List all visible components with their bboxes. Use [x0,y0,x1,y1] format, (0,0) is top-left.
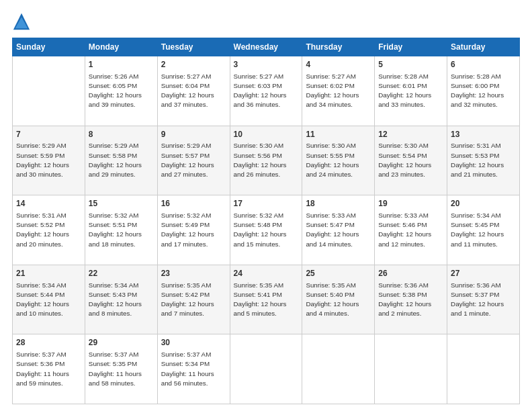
calendar-cell: 10Sunrise: 5:30 AM Sunset: 5:56 PM Dayli… [230,126,302,195]
week-row-4: 28Sunrise: 5:37 AM Sunset: 5:36 PM Dayli… [13,334,520,404]
calendar-cell [447,334,520,404]
calendar-cell: 17Sunrise: 5:32 AM Sunset: 5:48 PM Dayli… [230,195,302,265]
week-row-0: 1Sunrise: 5:26 AM Sunset: 6:05 PM Daylig… [13,56,520,126]
calendar-cell: 25Sunrise: 5:35 AM Sunset: 5:40 PM Dayli… [302,265,375,334]
day-number: 14 [16,198,81,210]
day-number: 1 [89,59,154,71]
calendar-table: SundayMondayTuesdayWednesdayThursdayFrid… [12,38,520,404]
calendar-cell: 13Sunrise: 5:31 AM Sunset: 5:53 PM Dayli… [447,126,520,195]
calendar-cell: 16Sunrise: 5:32 AM Sunset: 5:49 PM Dayli… [157,195,230,265]
day-number: 10 [234,129,299,140]
calendar-cell: 3Sunrise: 5:27 AM Sunset: 6:03 PM Daylig… [230,56,302,126]
day-info: Sunrise: 5:37 AM Sunset: 5:36 PM Dayligh… [16,350,81,388]
calendar-cell: 26Sunrise: 5:36 AM Sunset: 5:38 PM Dayli… [375,265,447,334]
calendar-cell [230,334,302,404]
calendar-cell: 27Sunrise: 5:36 AM Sunset: 5:37 PM Dayli… [447,265,520,334]
day-number: 24 [234,268,299,279]
calendar-cell: 5Sunrise: 5:28 AM Sunset: 6:01 PM Daylig… [375,56,447,126]
header [12,12,520,31]
day-number: 12 [378,129,443,140]
header-day-sunday: Sunday [13,38,85,56]
calendar-cell: 6Sunrise: 5:28 AM Sunset: 6:00 PM Daylig… [447,56,520,126]
calendar-cell: 15Sunrise: 5:32 AM Sunset: 5:51 PM Dayli… [85,195,157,265]
calendar-cell: 18Sunrise: 5:33 AM Sunset: 5:47 PM Dayli… [302,195,375,265]
day-number: 27 [451,268,516,279]
day-number: 26 [378,268,443,279]
day-info: Sunrise: 5:30 AM Sunset: 5:54 PM Dayligh… [378,141,443,179]
day-info: Sunrise: 5:36 AM Sunset: 5:38 PM Dayligh… [378,281,443,319]
calendar-cell: 12Sunrise: 5:30 AM Sunset: 5:54 PM Dayli… [375,126,447,195]
header-day-wednesday: Wednesday [230,38,302,56]
calendar-cell: 21Sunrise: 5:34 AM Sunset: 5:44 PM Dayli… [13,265,85,334]
day-number: 19 [378,198,443,210]
day-info: Sunrise: 5:29 AM Sunset: 5:59 PM Dayligh… [16,141,81,179]
day-info: Sunrise: 5:26 AM Sunset: 6:05 PM Dayligh… [89,72,154,110]
day-info: Sunrise: 5:34 AM Sunset: 5:44 PM Dayligh… [16,281,81,319]
day-info: Sunrise: 5:32 AM Sunset: 5:48 PM Dayligh… [234,211,299,249]
day-number: 17 [234,198,299,210]
day-info: Sunrise: 5:32 AM Sunset: 5:49 PM Dayligh… [161,211,226,249]
day-number: 25 [306,268,371,279]
calendar-cell [302,334,375,404]
calendar-cell: 1Sunrise: 5:26 AM Sunset: 6:05 PM Daylig… [85,56,157,126]
day-info: Sunrise: 5:35 AM Sunset: 5:41 PM Dayligh… [234,281,299,319]
day-number: 4 [306,59,371,71]
week-row-3: 21Sunrise: 5:34 AM Sunset: 5:44 PM Dayli… [13,265,520,334]
calendar-cell [375,334,447,404]
day-number: 9 [161,129,226,140]
day-number: 6 [451,59,516,71]
calendar-body: 1Sunrise: 5:26 AM Sunset: 6:05 PM Daylig… [13,56,520,404]
day-number: 22 [89,268,154,279]
calendar-cell: 7Sunrise: 5:29 AM Sunset: 5:59 PM Daylig… [13,126,85,195]
logo [12,12,34,31]
day-info: Sunrise: 5:30 AM Sunset: 5:56 PM Dayligh… [234,141,299,179]
day-number: 18 [306,198,371,210]
day-info: Sunrise: 5:37 AM Sunset: 5:35 PM Dayligh… [89,350,154,388]
day-info: Sunrise: 5:31 AM Sunset: 5:52 PM Dayligh… [16,211,81,249]
day-number: 28 [16,337,81,349]
week-row-2: 14Sunrise: 5:31 AM Sunset: 5:52 PM Dayli… [13,195,520,265]
calendar-cell: 4Sunrise: 5:27 AM Sunset: 6:02 PM Daylig… [302,56,375,126]
day-number: 13 [451,129,516,140]
day-number: 8 [89,129,154,140]
calendar-cell: 8Sunrise: 5:29 AM Sunset: 5:58 PM Daylig… [85,126,157,195]
header-day-thursday: Thursday [302,38,375,56]
calendar-cell: 9Sunrise: 5:29 AM Sunset: 5:57 PM Daylig… [157,126,230,195]
calendar-cell: 11Sunrise: 5:30 AM Sunset: 5:55 PM Dayli… [302,126,375,195]
logo-icon [12,12,31,31]
calendar-cell: 29Sunrise: 5:37 AM Sunset: 5:35 PM Dayli… [85,334,157,404]
page: SundayMondayTuesdayWednesdayThursdayFrid… [0,0,532,411]
day-info: Sunrise: 5:33 AM Sunset: 5:46 PM Dayligh… [378,211,443,249]
day-number: 16 [161,198,226,210]
day-info: Sunrise: 5:35 AM Sunset: 5:40 PM Dayligh… [306,281,371,319]
calendar-cell: 22Sunrise: 5:34 AM Sunset: 5:43 PM Dayli… [85,265,157,334]
day-info: Sunrise: 5:30 AM Sunset: 5:55 PM Dayligh… [306,141,371,179]
day-number: 7 [16,129,81,140]
day-info: Sunrise: 5:28 AM Sunset: 6:00 PM Dayligh… [451,72,516,110]
day-info: Sunrise: 5:29 AM Sunset: 5:58 PM Dayligh… [89,141,154,179]
day-number: 5 [378,59,443,71]
day-number: 2 [161,59,226,71]
header-day-tuesday: Tuesday [157,38,230,56]
header-day-friday: Friday [375,38,447,56]
day-number: 3 [234,59,299,71]
day-info: Sunrise: 5:34 AM Sunset: 5:43 PM Dayligh… [89,281,154,319]
day-number: 29 [89,337,154,349]
day-info: Sunrise: 5:32 AM Sunset: 5:51 PM Dayligh… [89,211,154,249]
day-number: 30 [161,337,226,349]
day-number: 15 [89,198,154,210]
day-info: Sunrise: 5:27 AM Sunset: 6:03 PM Dayligh… [234,72,299,110]
week-row-1: 7Sunrise: 5:29 AM Sunset: 5:59 PM Daylig… [13,126,520,195]
calendar-cell: 23Sunrise: 5:35 AM Sunset: 5:42 PM Dayli… [157,265,230,334]
day-info: Sunrise: 5:33 AM Sunset: 5:47 PM Dayligh… [306,211,371,249]
day-info: Sunrise: 5:35 AM Sunset: 5:42 PM Dayligh… [161,281,226,319]
day-number: 20 [451,198,516,210]
calendar-cell: 28Sunrise: 5:37 AM Sunset: 5:36 PM Dayli… [13,334,85,404]
day-number: 23 [161,268,226,279]
header-day-monday: Monday [85,38,157,56]
calendar-cell: 20Sunrise: 5:34 AM Sunset: 5:45 PM Dayli… [447,195,520,265]
day-info: Sunrise: 5:27 AM Sunset: 6:04 PM Dayligh… [161,72,226,110]
calendar-cell: 19Sunrise: 5:33 AM Sunset: 5:46 PM Dayli… [375,195,447,265]
header-day-saturday: Saturday [447,38,520,56]
day-info: Sunrise: 5:31 AM Sunset: 5:53 PM Dayligh… [451,141,516,179]
